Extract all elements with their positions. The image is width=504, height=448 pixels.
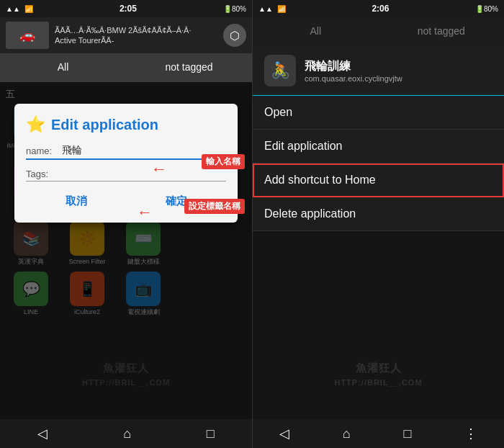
left-battery-icon: 🔋80%	[223, 5, 246, 13]
left-back-button[interactable]: ◁	[29, 421, 56, 446]
right-nav-bar: ◁ ⌂ □ ⋮	[253, 419, 504, 448]
cancel-button[interactable]: 取消	[51, 192, 102, 211]
right-status-bar: ▲▲ 📶 2:06 🔋80%	[253, 0, 504, 17]
arrow-set-tag-icon: ←	[137, 203, 153, 222]
left-app-background: 五 🗺️ iMap 北車室內導 航 📱 Last App Switcher 🚌 …	[0, 82, 252, 419]
left-status-bar: ▲▲ 📶 2:05 🔋80%	[0, 0, 252, 17]
right-phone-panel: ▲▲ 📶 2:06 🔋80% All not tagged 1	[252, 0, 504, 448]
left-wifi-icon: ▲▲	[6, 5, 20, 13]
right-wifi-icon: ▲▲	[258, 5, 273, 13]
annotation-input-name: 輸入名稱	[202, 154, 245, 169]
right-status-icons-right: 🔋80%	[475, 5, 498, 13]
context-app-package: com.quasar.eoxi.cyclingvjtw	[305, 74, 402, 83]
context-menu-panel: 🚴 飛輪訓練 com.quasar.eoxi.cyclingvjtw Open …	[253, 46, 504, 231]
right-app-background: All not tagged 1 🚴 飛輪訓練 com.quasar.eoxi.…	[253, 17, 504, 419]
right-home-button[interactable]: ⌂	[334, 422, 359, 446]
tags-field-label: Tags:	[26, 169, 62, 179]
car-header: 🚗 ÃÄÃ…Â·Ã‰Â·BMW 2ÃšÃ¢ÄÃ¢Ã–Â·Â·Active Tou…	[0, 17, 252, 53]
right-status-icons-left: ▲▲ 📶	[258, 5, 286, 13]
context-menu-add-shortcut[interactable]: Add shortcut to Home	[253, 163, 504, 197]
context-app-icon: 🚴	[264, 55, 296, 86]
dialog-star-icon: ⭐	[26, 115, 45, 134]
context-app-info: 飛輪訓練 com.quasar.eoxi.cyclingvjtw	[305, 59, 402, 83]
tags-field[interactable]: Tags:	[26, 169, 226, 182]
right-status-time: 2:06	[372, 4, 389, 14]
left-status-time: 2:05	[120, 4, 137, 14]
left-status-icons-right: 🔋80%	[223, 5, 246, 13]
context-app-name: 飛輪訓練	[305, 59, 402, 74]
car-nav-icon[interactable]: ⬡	[223, 24, 246, 47]
right-back-button[interactable]: ◁	[271, 421, 298, 446]
right-battery-icon: 🔋80%	[475, 5, 498, 13]
tags-field-row: Tags:	[26, 169, 226, 182]
annotation-set-tag: 設定標籤名稱	[184, 199, 245, 214]
dialog-title-text: Edit application	[51, 117, 158, 133]
dialog-title-row: ⭐ Edit application	[26, 115, 226, 134]
right-recents-button[interactable]: □	[395, 422, 420, 446]
right-menu-button[interactable]: ⋮	[456, 421, 486, 446]
left-tab-all[interactable]: All	[0, 53, 126, 82]
left-phone-panel: ▲▲ 📶 2:05 🔋80% 🚗 ÃÄÃ…Â·Ã‰Â·BMW 2ÃšÃ¢ÄÃ¢Ã…	[0, 0, 252, 448]
context-menu-open[interactable]: Open	[253, 96, 504, 130]
left-signal-icon: 📶	[24, 5, 33, 13]
left-tab-bar: All not tagged	[0, 53, 252, 82]
car-thumbnail: 🚗	[6, 22, 49, 49]
left-tab-not-tagged[interactable]: not tagged	[126, 53, 252, 82]
left-home-button[interactable]: ⌂	[114, 422, 140, 446]
name-field[interactable]: name: 飛輪	[26, 144, 226, 160]
left-recents-button[interactable]: □	[198, 422, 223, 446]
context-menu-delete-application[interactable]: Delete application	[253, 197, 504, 231]
context-app-header: 🚴 飛輪訓練 com.quasar.eoxi.cyclingvjtw	[253, 46, 504, 96]
arrow-input-name-icon: ←	[151, 160, 167, 179]
name-field-row: name: 飛輪	[26, 144, 226, 160]
context-menu-edit-application[interactable]: Edit application	[253, 130, 504, 163]
left-status-icons-left: ▲▲ 📶	[6, 5, 33, 13]
name-field-label: name:	[26, 145, 62, 156]
left-nav-bar: ◁ ⌂ □	[0, 419, 252, 448]
right-signal-icon: 📶	[277, 5, 286, 13]
car-text: ÃÄÃ…Â·Ã‰Â·BMW 2ÃšÃ¢ÄÃ¢Ã–Â·Â·Active Toure…	[55, 25, 217, 46]
